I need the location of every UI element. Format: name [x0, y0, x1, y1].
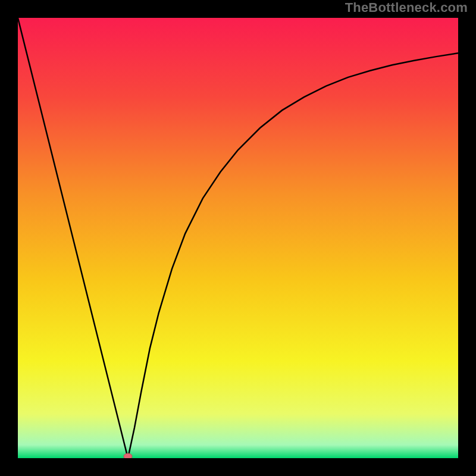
- plot-area-frame: [18, 18, 458, 458]
- plot-area: [18, 18, 458, 458]
- gradient-background: [18, 18, 458, 458]
- minimum-marker: [124, 453, 132, 458]
- chart-container: TheBottleneck.com: [0, 0, 476, 476]
- watermark-text: TheBottleneck.com: [345, 0, 468, 15]
- chart-svg: [18, 18, 458, 458]
